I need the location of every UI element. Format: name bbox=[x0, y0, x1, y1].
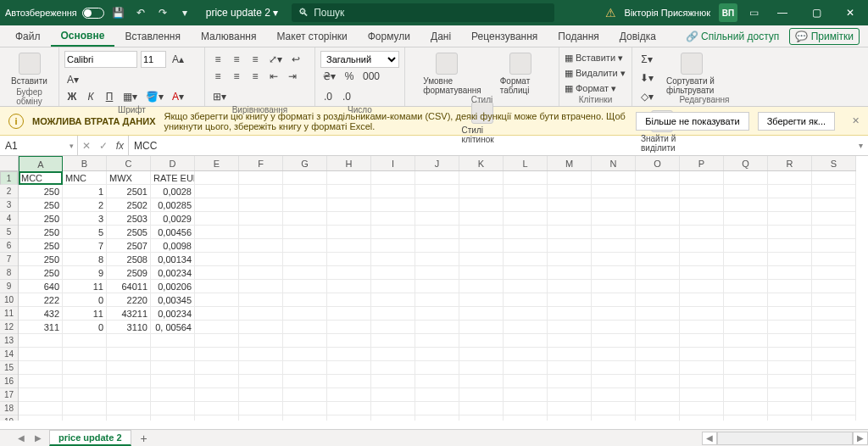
cell[interactable] bbox=[195, 307, 239, 321]
cell[interactable]: 0,00345 bbox=[151, 293, 195, 307]
cell[interactable] bbox=[195, 266, 239, 280]
cell[interactable] bbox=[327, 293, 371, 307]
cell[interactable] bbox=[724, 348, 768, 361]
cell[interactable] bbox=[592, 280, 636, 293]
cell[interactable] bbox=[283, 198, 327, 212]
cell[interactable] bbox=[107, 388, 151, 402]
cell[interactable] bbox=[283, 185, 327, 198]
cell[interactable] bbox=[548, 375, 592, 388]
align-right-icon[interactable]: ≡ bbox=[248, 68, 263, 85]
cell[interactable]: 7 bbox=[63, 239, 107, 253]
warning-icon[interactable]: ⚠ bbox=[605, 6, 616, 20]
cell[interactable] bbox=[680, 402, 724, 415]
cell[interactable] bbox=[415, 388, 459, 402]
cell[interactable]: 64011 bbox=[107, 280, 151, 293]
increase-indent-icon[interactable]: ⇥ bbox=[285, 68, 300, 85]
cell[interactable] bbox=[459, 415, 504, 421]
cell[interactable] bbox=[371, 307, 415, 321]
row-head-12[interactable]: 12 bbox=[0, 321, 18, 334]
cell[interactable] bbox=[548, 212, 592, 226]
cell[interactable] bbox=[680, 361, 724, 375]
cell[interactable] bbox=[724, 212, 768, 226]
search-box[interactable]: 🔍︎ Пошук bbox=[292, 3, 554, 22]
cell[interactable] bbox=[195, 348, 239, 361]
cell[interactable]: 1 bbox=[63, 185, 107, 198]
cell[interactable] bbox=[459, 226, 504, 239]
bold-button[interactable]: Ж bbox=[64, 88, 80, 105]
tab-подання[interactable]: Подання bbox=[548, 25, 609, 47]
cell[interactable]: MNC bbox=[63, 171, 107, 185]
cell[interactable] bbox=[504, 402, 548, 415]
cell[interactable] bbox=[151, 375, 195, 388]
cell[interactable] bbox=[371, 280, 415, 293]
cell[interactable] bbox=[371, 388, 415, 402]
cell[interactable] bbox=[592, 402, 636, 415]
cell[interactable] bbox=[636, 334, 680, 348]
cell[interactable] bbox=[415, 253, 459, 266]
doc-dropdown-icon[interactable]: ▾ bbox=[273, 7, 278, 19]
cell[interactable] bbox=[504, 198, 548, 212]
cell[interactable] bbox=[812, 293, 856, 307]
cell[interactable] bbox=[459, 361, 504, 375]
cell[interactable] bbox=[768, 185, 812, 198]
cell[interactable] bbox=[768, 321, 812, 334]
cell[interactable] bbox=[371, 239, 415, 253]
row-head-15[interactable]: 15 bbox=[0, 361, 18, 375]
cell[interactable] bbox=[415, 375, 459, 388]
cell[interactable] bbox=[327, 239, 371, 253]
cell[interactable] bbox=[636, 307, 680, 321]
cell[interactable] bbox=[636, 402, 680, 415]
cell[interactable] bbox=[239, 226, 283, 239]
cell[interactable] bbox=[239, 388, 283, 402]
cell[interactable] bbox=[239, 307, 283, 321]
cell[interactable]: 640 bbox=[19, 280, 63, 293]
cell[interactable] bbox=[680, 171, 724, 185]
cell[interactable] bbox=[371, 375, 415, 388]
cell[interactable]: 2503 bbox=[107, 212, 151, 226]
cell[interactable] bbox=[415, 293, 459, 307]
align-middle-icon[interactable]: ≡ bbox=[229, 51, 244, 68]
cell[interactable] bbox=[195, 402, 239, 415]
minimize-button[interactable]: — bbox=[770, 7, 795, 19]
sort-filter-button[interactable]: Сортувати й фільтрувати bbox=[663, 51, 721, 97]
cell[interactable] bbox=[283, 212, 327, 226]
cell[interactable]: 2 bbox=[63, 198, 107, 212]
cell[interactable] bbox=[504, 280, 548, 293]
cell[interactable] bbox=[592, 334, 636, 348]
cell[interactable] bbox=[371, 361, 415, 375]
cell[interactable] bbox=[19, 361, 63, 375]
col-head-H[interactable]: H bbox=[327, 156, 371, 170]
cell[interactable] bbox=[195, 185, 239, 198]
cell[interactable] bbox=[195, 171, 239, 185]
cell[interactable] bbox=[283, 171, 327, 185]
cell[interactable] bbox=[548, 239, 592, 253]
cell[interactable] bbox=[107, 334, 151, 348]
align-center-icon[interactable]: ≡ bbox=[229, 68, 244, 85]
cell[interactable] bbox=[636, 226, 680, 239]
cell[interactable] bbox=[371, 185, 415, 198]
cell[interactable] bbox=[195, 198, 239, 212]
cell[interactable] bbox=[812, 226, 856, 239]
cell[interactable]: 0,00134 bbox=[151, 253, 195, 266]
cell[interactable]: 11 bbox=[63, 307, 107, 321]
cell[interactable] bbox=[371, 266, 415, 280]
expand-formula-icon[interactable]: ▾ bbox=[859, 141, 863, 150]
cell[interactable] bbox=[151, 334, 195, 348]
cell[interactable] bbox=[283, 321, 327, 334]
cell[interactable] bbox=[195, 293, 239, 307]
cell[interactable]: 0,0098 bbox=[151, 239, 195, 253]
cell[interactable] bbox=[724, 334, 768, 348]
col-head-D[interactable]: D bbox=[151, 156, 195, 170]
cell[interactable] bbox=[459, 293, 504, 307]
cell[interactable] bbox=[371, 253, 415, 266]
tab-файл[interactable]: Файл bbox=[5, 25, 51, 47]
cell[interactable] bbox=[592, 266, 636, 280]
dont-show-button[interactable]: Більше не показувати bbox=[636, 112, 748, 131]
cell[interactable] bbox=[680, 348, 724, 361]
cell[interactable]: 3 bbox=[63, 212, 107, 226]
cell[interactable] bbox=[636, 361, 680, 375]
qat-dropdown-icon[interactable]: ▾ bbox=[177, 5, 192, 20]
cell[interactable] bbox=[459, 212, 504, 226]
save-as-button[interactable]: Зберегти як... bbox=[758, 112, 835, 131]
cell[interactable] bbox=[768, 253, 812, 266]
